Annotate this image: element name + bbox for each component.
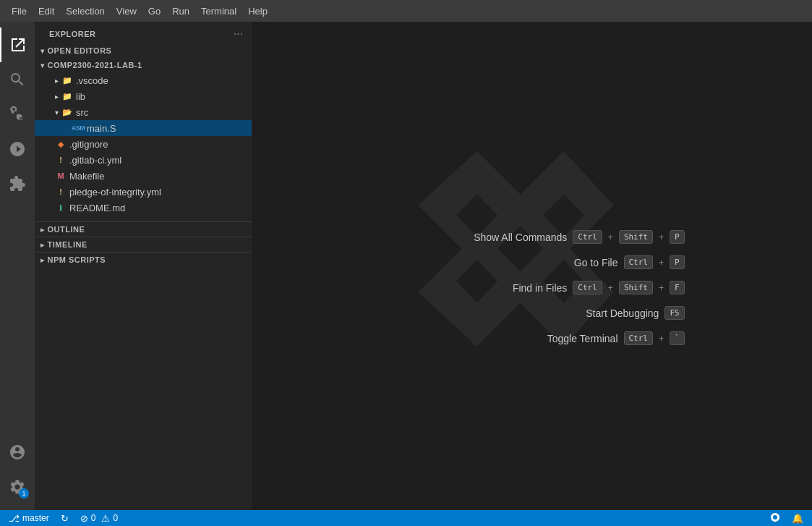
menu-file[interactable]: File [6, 3, 33, 20]
find-in-files-key3: F [670, 281, 685, 294]
menu-bar: File Edit Selection View Go Run Terminal… [0, 0, 812, 22]
account-activity-icon[interactable] [0, 435, 35, 470]
menu-run[interactable]: Run [166, 3, 195, 20]
remote-status[interactable] [767, 510, 783, 526]
vscode-folder[interactable]: 📁 .vscode [35, 72, 252, 88]
settings-activity-icon[interactable]: 1 [0, 470, 35, 504]
src-folder[interactable]: 📂 src [35, 104, 252, 120]
status-bar: ⎇ master ↻ ⊘ 0 ⚠ 0 🔔 [0, 510, 812, 526]
pledge-label: pledge-of-integrity.yml [69, 187, 161, 198]
status-right: 🔔 [767, 510, 806, 526]
makefile-label: Makefile [69, 171, 104, 182]
vscode-folder-icon: 📁 [61, 75, 73, 86]
remote-icon [770, 512, 780, 525]
activity-bar: 1 [0, 22, 35, 510]
vscode-label: .vscode [76, 75, 108, 86]
gitignore-label: .gitignore [69, 139, 108, 150]
timeline-chevron [40, 241, 45, 249]
gitlab-ci-file[interactable]: ! .gitlab-ci.yml [35, 152, 252, 168]
src-chevron [55, 109, 59, 116]
extensions-activity-icon[interactable] [0, 166, 35, 201]
start-debugging-key1: F5 [664, 306, 684, 320]
outline-label: OUTLINE [48, 225, 85, 234]
find-in-files-label: Find in Files [437, 282, 567, 294]
start-debugging-label: Start Debugging [529, 307, 659, 319]
menu-selection[interactable]: Selection [60, 3, 110, 20]
project-chevron [40, 61, 45, 69]
editor-area: Show All Commands Ctrl + Shift + P Go to… [252, 22, 812, 510]
main-layout: 1 EXPLORER ··· OPEN EDITORS COMP2300-202… [0, 22, 812, 510]
gitlab-ci-label: .gitlab-ci.yml [69, 155, 121, 166]
menu-terminal[interactable]: Terminal [195, 3, 242, 20]
gitlab-ci-icon: ! [55, 154, 67, 166]
outline-chevron [40, 226, 45, 234]
vscode-chevron [55, 77, 59, 85]
explorer-title: EXPLORER [49, 30, 96, 38]
npm-scripts-label: NPM SCRIPTS [48, 255, 106, 264]
show-all-commands-label: Show All Commands [437, 232, 567, 243]
status-left: ⎇ master ↻ ⊘ 0 ⚠ 0 [6, 510, 121, 526]
activity-bottom: 1 [0, 435, 35, 510]
menu-help[interactable]: Help [242, 3, 273, 20]
shortcut-start-debugging: Start Debugging F5 [529, 306, 684, 320]
open-editors-chevron [40, 47, 45, 55]
sidebar-content: OPEN EDITORS COMP2300-2021-LAB-1 📁 .vsco… [35, 43, 252, 510]
readme-file[interactable]: ℹ README.md [35, 200, 252, 216]
bell-status[interactable]: 🔔 [789, 510, 806, 526]
main-s-icon: ASM [72, 122, 84, 134]
sync-status[interactable]: ↻ [58, 510, 72, 526]
src-folder-icon: 📂 [61, 106, 73, 118]
warning-count: 0 [113, 513, 118, 523]
timeline-label: TIMELINE [48, 240, 87, 249]
explorer-activity-icon[interactable] [0, 27, 35, 62]
errors-status[interactable]: ⊘ 0 ⚠ 0 [77, 510, 121, 526]
sync-icon: ↻ [61, 513, 69, 524]
outline-section[interactable]: OUTLINE [35, 221, 252, 237]
go-to-file-key2: P [670, 255, 685, 269]
npm-scripts-section[interactable]: NPM SCRIPTS [35, 252, 252, 267]
show-all-commands-key1: Ctrl [573, 230, 602, 244]
gitignore-file[interactable]: ◆ .gitignore [35, 136, 252, 152]
source-control-activity-icon[interactable] [0, 97, 35, 132]
pledge-icon: ! [55, 186, 67, 198]
bell-icon: 🔔 [792, 513, 803, 524]
error-icon: ⊘ [80, 513, 88, 524]
gitignore-icon: ◆ [55, 138, 67, 150]
show-all-commands-key3: P [670, 230, 685, 244]
makefile-file[interactable]: M Makefile [35, 168, 252, 184]
welcome-shortcuts: Show All Commands Ctrl + Shift + P Go to… [437, 230, 684, 345]
menu-edit[interactable]: Edit [33, 3, 60, 20]
project-label: COMP2300-2021-LAB-1 [48, 61, 142, 69]
find-in-files-key2: Shift [619, 281, 653, 294]
warning-icon: ⚠ [101, 513, 110, 524]
find-in-files-key1: Ctrl [573, 281, 602, 294]
npm-chevron [40, 256, 45, 264]
open-editors-label: OPEN EDITORS [48, 46, 112, 55]
readme-label: README.md [69, 203, 125, 213]
shortcut-find-in-files: Find in Files Ctrl + Shift + F [437, 281, 684, 294]
main-s-label: main.S [87, 123, 116, 134]
branch-name: master [22, 513, 49, 523]
branch-status[interactable]: ⎇ master [6, 510, 52, 526]
open-editors-section[interactable]: OPEN EDITORS [35, 43, 252, 58]
explorer-more-button[interactable]: ··· [234, 27, 243, 41]
pledge-file[interactable]: ! pledge-of-integrity.yml [35, 184, 252, 200]
go-to-file-key1: Ctrl [624, 255, 654, 269]
settings-badge: 1 [19, 488, 29, 499]
timeline-section[interactable]: TIMELINE [35, 237, 252, 252]
menu-view[interactable]: View [111, 3, 142, 20]
toggle-terminal-key2: ` [670, 331, 685, 345]
project-section[interactable]: COMP2300-2021-LAB-1 [35, 58, 252, 72]
lib-folder-icon: 📁 [61, 90, 73, 102]
show-all-commands-key2: Shift [619, 230, 653, 244]
src-label: src [76, 107, 88, 118]
menu-go[interactable]: Go [142, 3, 166, 20]
go-to-file-label: Go to File [488, 257, 618, 268]
makefile-icon: M [55, 170, 67, 182]
readme-icon: ℹ [55, 202, 67, 213]
run-debug-activity-icon[interactable] [0, 132, 35, 166]
search-activity-icon[interactable] [0, 62, 35, 97]
main-s-file[interactable]: ASM main.S [35, 120, 252, 136]
explorer-header: EXPLORER ··· [35, 22, 252, 43]
lib-folder[interactable]: 📁 lib [35, 88, 252, 104]
